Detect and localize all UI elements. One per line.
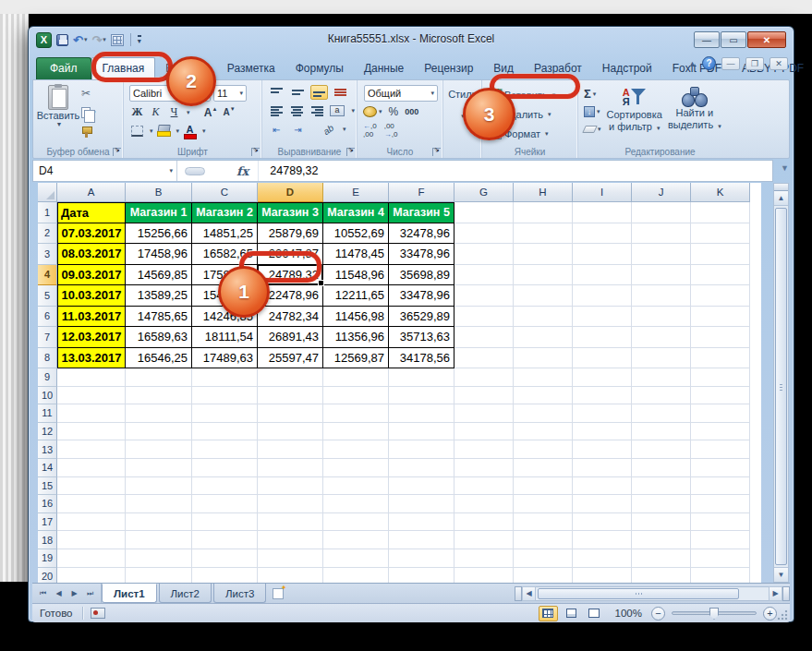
cell-D14[interactable] [258, 459, 323, 477]
vertical-scrollbar[interactable]: ▲ ▼ [773, 183, 789, 583]
cell-E18[interactable] [323, 531, 389, 549]
cell-B20[interactable] [126, 568, 192, 583]
cell-I2[interactable] [573, 223, 632, 245]
row-header-1[interactable]: 1 [38, 202, 57, 223]
zoom-level[interactable]: 100% [615, 608, 642, 619]
cell-A13[interactable] [57, 440, 126, 459]
orientation-dropdown[interactable]: ▾ [343, 126, 346, 133]
workbook-minimize-button[interactable]: — [721, 57, 740, 70]
select-all-corner[interactable] [38, 183, 57, 202]
cell-J17[interactable] [632, 513, 691, 532]
column-header-B[interactable]: B [126, 183, 192, 202]
cell-K14[interactable] [691, 459, 750, 477]
cell-I18[interactable] [573, 531, 632, 549]
cell-B16[interactable] [126, 495, 192, 513]
cell-C2[interactable]: 14851,25 [192, 223, 258, 245]
close-button[interactable]: ✕ [747, 31, 786, 48]
cell-A11[interactable] [57, 404, 126, 423]
cell-C17[interactable] [192, 513, 258, 532]
decrease-indent-button[interactable]: ⇤ [268, 122, 285, 137]
insert-function-button[interactable]: fx [236, 164, 248, 178]
cell-G6[interactable] [454, 307, 514, 328]
cell-A3[interactable]: 08.03.2017 [57, 244, 126, 265]
formula-input[interactable]: 24789,32 [258, 161, 772, 181]
ribbon-tab-формулы[interactable]: Формулы [285, 58, 354, 79]
collapse-ribbon-icon[interactable]: ▲ [688, 59, 697, 68]
cell-F4[interactable]: 35698,89 [389, 265, 454, 286]
italic-button[interactable]: К [148, 104, 164, 120]
cell-E9[interactable] [323, 368, 389, 387]
cell-J5[interactable] [632, 285, 691, 307]
row-header-8[interactable]: 8 [38, 348, 57, 369]
first-sheet-button[interactable]: ⏮ [36, 586, 50, 601]
find-select-button[interactable]: Найти и выделить ▾ [668, 87, 721, 136]
cell-G9[interactable] [454, 368, 514, 387]
row-header-19[interactable]: 19 [38, 549, 57, 568]
cell-J9[interactable] [632, 368, 691, 387]
column-header-K[interactable]: K [691, 183, 750, 202]
ribbon-tab-надстрой[interactable]: Надстрой [592, 58, 662, 79]
row-header-9[interactable]: 9 [38, 368, 57, 387]
shrink-font-button[interactable]: А▼ [222, 104, 237, 120]
cell-I9[interactable] [573, 368, 632, 387]
scroll-right-button[interactable]: ▶ [769, 586, 782, 601]
font-color-button[interactable]: А [182, 123, 198, 139]
cell-I17[interactable] [573, 513, 632, 532]
align-left-button[interactable] [268, 103, 285, 118]
cell-J13[interactable] [632, 440, 691, 459]
column-header-J[interactable]: J [632, 183, 691, 202]
cell-E3[interactable]: 11478,45 [323, 244, 389, 265]
row-header-17[interactable]: 17 [38, 513, 57, 532]
column-header-H[interactable]: H [514, 183, 573, 202]
cell-B10[interactable] [126, 387, 192, 405]
scroll-left-button[interactable]: ◀ [522, 586, 536, 601]
cell-D18[interactable] [258, 531, 323, 549]
cell-J10[interactable] [632, 387, 691, 405]
cell-A7[interactable]: 12.03.2017 [57, 327, 126, 348]
cell-G13[interactable] [454, 440, 514, 459]
cell-H9[interactable] [514, 368, 573, 387]
cell-B8[interactable]: 16546,25 [126, 348, 192, 369]
cell-G10[interactable] [454, 387, 514, 405]
cell-E4[interactable]: 11548,96 [323, 265, 389, 286]
cell-A19[interactable] [57, 549, 126, 568]
workbook-close-button[interactable]: ✕ [770, 57, 788, 70]
cell-B6[interactable]: 14785,65 [126, 307, 192, 328]
clipboard-dialog-launcher[interactable] [113, 148, 121, 156]
cell-J20[interactable] [632, 568, 691, 583]
cell-K8[interactable] [691, 348, 750, 369]
cell-F14[interactable] [389, 459, 454, 477]
row-header-5[interactable]: 5 [38, 285, 57, 307]
zoom-slider-handle[interactable] [709, 608, 719, 620]
cell-D13[interactable] [258, 440, 323, 459]
font-dialog-launcher[interactable] [251, 148, 260, 156]
row-header-12[interactable]: 12 [38, 423, 57, 441]
cell-D1[interactable]: Магазин 3 [258, 202, 323, 223]
cell-I16[interactable] [573, 495, 632, 513]
merge-dropdown[interactable]: ▾ [352, 107, 356, 115]
cell-B19[interactable] [126, 549, 192, 568]
cell-B7[interactable]: 16589,63 [126, 327, 192, 348]
cell-F2[interactable]: 32478,96 [389, 223, 454, 245]
cell-E5[interactable]: 12211,65 [323, 285, 389, 307]
cell-K5[interactable] [691, 285, 750, 307]
cell-B12[interactable] [126, 423, 192, 441]
cell-G17[interactable] [454, 513, 514, 532]
borders-button[interactable] [129, 123, 145, 139]
grow-font-button[interactable]: А▲ [203, 104, 219, 120]
cell-E17[interactable] [323, 513, 389, 532]
column-header-A[interactable]: A [57, 183, 126, 202]
row-header-18[interactable]: 18 [38, 531, 57, 549]
cell-H20[interactable] [514, 568, 573, 583]
cell-J15[interactable] [632, 477, 691, 496]
insert-sheet-button[interactable] [268, 584, 288, 603]
cell-E15[interactable] [323, 477, 389, 496]
cell-E16[interactable] [323, 495, 389, 513]
cell-H19[interactable] [514, 549, 573, 568]
cell-F5[interactable]: 33478,96 [389, 285, 454, 307]
cell-I15[interactable] [573, 477, 632, 496]
number-dialog-launcher[interactable] [432, 148, 441, 156]
cell-H11[interactable] [514, 404, 573, 423]
cell-A8[interactable]: 13.03.2017 [57, 348, 126, 369]
cell-C13[interactable] [192, 440, 258, 459]
